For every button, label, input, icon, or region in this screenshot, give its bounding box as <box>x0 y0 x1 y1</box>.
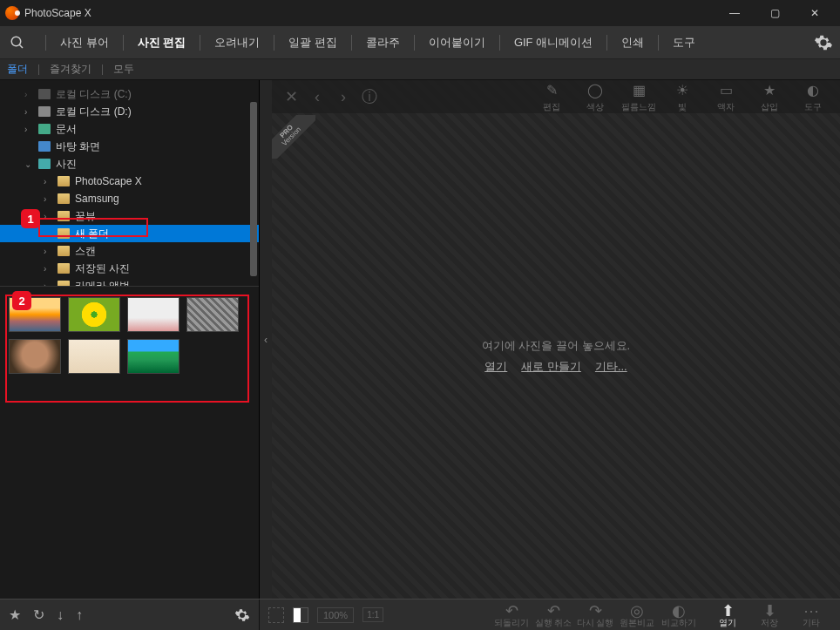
zoom-ratio[interactable]: 1:1 <box>362 607 383 622</box>
chevron-icon: › <box>44 212 52 221</box>
tree-node-3[interactable]: 바탕 화면 <box>0 138 259 155</box>
tool-icon: ◐ <box>672 601 686 617</box>
tool-label: 필름느낌 <box>621 101 656 113</box>
search-icon[interactable] <box>7 32 28 53</box>
zoom-level[interactable]: 100% <box>317 607 354 623</box>
tree-node-5[interactable]: ›PhotoScape X <box>0 173 259 190</box>
canvas-tool-색상[interactable]: ◯색상 <box>575 81 615 113</box>
tool-icon: ◐ <box>803 81 823 100</box>
canvas-close-icon[interactable]: ✕ <box>282 87 300 106</box>
canvas-tool-액자[interactable]: ▭액자 <box>706 81 746 113</box>
menu-cutout[interactable]: 오려내기 <box>209 31 265 54</box>
menu-photo-edit[interactable]: 사진 편집 <box>132 31 192 54</box>
tool-label: 편집 <box>543 101 560 113</box>
drop-hint: 여기에 사진을 끌어 놓으세요. <box>482 338 630 354</box>
tree-label: 로컬 디스크 (D:) <box>56 105 132 119</box>
bottom-action-열기[interactable]: ⬆열기 <box>708 601 748 629</box>
thumbnail-pug[interactable] <box>68 339 120 374</box>
tree-node-9[interactable]: ›스캔 <box>0 242 259 260</box>
tool-icon: ↶ <box>547 601 560 617</box>
menu-collage[interactable]: 콜라주 <box>361 31 405 54</box>
tree-node-0[interactable]: ›로컬 디스크 (C:) <box>0 85 259 103</box>
star-icon[interactable]: ★ <box>9 606 21 623</box>
canvas-tool-빛[interactable]: ☀빛 <box>662 81 702 113</box>
split-view-icon[interactable] <box>293 607 308 623</box>
sort-down-icon[interactable]: ↓ <box>57 607 64 623</box>
thumbnail-sunflower[interactable] <box>68 297 120 332</box>
tree-node-11[interactable]: ›카메라 앨범 <box>0 277 259 286</box>
sidebar-collapse-handle[interactable]: ‹ <box>260 80 272 599</box>
chevron-icon: › <box>24 107 33 117</box>
chevron-icon: › <box>24 90 33 99</box>
canvas-tool-필름느낌[interactable]: ▦필름느낌 <box>619 81 659 113</box>
tree-node-1[interactable]: ›로컬 디스크 (D:) <box>0 103 259 120</box>
canvas-area: ✕ ‹ › ⓘ ✎편집◯색상▦필름느낌☀빛▭액자★삽입◐도구 PROVersio… <box>272 80 840 599</box>
menu-print[interactable]: 인쇄 <box>616 31 649 54</box>
sort-up-icon[interactable]: ↑ <box>76 607 83 623</box>
tool-icon: ◎ <box>630 601 644 617</box>
reload-icon[interactable]: ↻ <box>33 606 44 623</box>
sidebar-gear-icon[interactable] <box>234 607 250 623</box>
tree-label: 카메라 앨범 <box>75 279 130 287</box>
thumbnail-mountain[interactable] <box>127 339 180 374</box>
tool-icon: ▭ <box>716 81 735 100</box>
menu-tools[interactable]: 도구 <box>667 31 701 54</box>
tool-label: 원본비교 <box>620 617 654 629</box>
tree-label: 사진 <box>56 157 77 172</box>
menu-combine[interactable]: 이어붙이기 <box>423 31 491 54</box>
canvas-tool-편집[interactable]: ✎편집 <box>532 81 572 113</box>
folder-icon <box>58 211 70 221</box>
tree-node-4[interactable]: ⌄사진 <box>0 155 259 173</box>
thumbnail-lion[interactable] <box>9 339 61 374</box>
tab-favorites[interactable]: 즐겨찾기 <box>50 62 91 77</box>
drive-icon <box>38 89 51 99</box>
tool-icon: ↶ <box>505 601 518 617</box>
settings-gear-icon[interactable] <box>814 33 833 52</box>
canvas-new-link[interactable]: 새로 만들기 <box>521 359 581 375</box>
tool-icon: ▦ <box>629 81 648 100</box>
canvas-info-icon[interactable]: ⓘ <box>361 86 378 107</box>
action-label: 저장 <box>761 617 778 629</box>
main-menu: 사진 뷰어 사진 편집 오려내기 일괄 편집 콜라주 이어붙이기 GIF 애니메… <box>0 26 840 59</box>
bottom-tool-비교하기[interactable]: ◐비교하기 <box>659 601 699 629</box>
folder-icon <box>58 176 70 186</box>
bottom-tool-다시 실행[interactable]: ↷다시 실행 <box>575 601 615 629</box>
canvas-next-icon[interactable]: › <box>335 88 352 106</box>
thumbnail-cat2[interactable] <box>186 297 239 332</box>
minimize-button[interactable]: — <box>715 0 755 26</box>
folder-icon <box>58 263 70 274</box>
bottom-action-저장[interactable]: ⬇저장 <box>749 601 789 629</box>
maximize-button[interactable]: ▢ <box>755 0 795 26</box>
bottom-tool-되돌리기[interactable]: ↶되돌리기 <box>491 601 532 629</box>
menu-photo-viewer[interactable]: 사진 뷰어 <box>55 31 114 54</box>
action-icon: ⬆ <box>721 601 735 617</box>
canvas-other-link[interactable]: 기타... <box>595 359 627 375</box>
bottom-tool-실행 취소[interactable]: ↶실행 취소 <box>533 601 573 629</box>
tree-node-10[interactable]: ›저장된 사진 <box>0 260 259 277</box>
close-button[interactable]: ✕ <box>795 0 835 26</box>
tool-icon: ☀ <box>673 81 692 100</box>
tree-node-6[interactable]: ›Samsung <box>0 190 259 207</box>
action-icon: ⋯ <box>803 601 819 617</box>
menu-gif[interactable]: GIF 애니메이션 <box>509 31 598 54</box>
tab-folder[interactable]: 폴더 <box>7 62 28 77</box>
folder-tree: ›로컬 디스크 (C:)›로컬 디스크 (D:)›문서바탕 화면⌄사진›Phot… <box>0 80 259 286</box>
tree-node-8[interactable]: 새 폴더 <box>0 225 259 242</box>
menu-batch[interactable]: 일괄 편집 <box>283 31 342 54</box>
tab-all[interactable]: 모두 <box>113 62 134 77</box>
tree-node-2[interactable]: ›문서 <box>0 120 259 138</box>
tree-label: PhotoScape X <box>75 175 142 187</box>
tool-label: 되돌리기 <box>494 617 529 629</box>
canvas-tool-도구[interactable]: ◐도구 <box>793 81 833 113</box>
tool-icon: ◯ <box>586 81 605 100</box>
canvas-tool-삽입[interactable]: ★삽입 <box>749 81 789 113</box>
scrollbar-thumb[interactable] <box>250 102 257 276</box>
canvas-prev-icon[interactable]: ‹ <box>308 88 326 106</box>
bottom-action-기타[interactable]: ⋯기타 <box>791 601 831 629</box>
bottom-tool-원본비교[interactable]: ◎원본비교 <box>617 601 657 629</box>
canvas-open-link[interactable]: 열기 <box>484 359 507 375</box>
chevron-icon: › <box>24 125 33 134</box>
desk-icon <box>38 141 51 152</box>
grid-icon[interactable] <box>268 607 284 623</box>
thumbnail-cats[interactable] <box>127 297 180 332</box>
